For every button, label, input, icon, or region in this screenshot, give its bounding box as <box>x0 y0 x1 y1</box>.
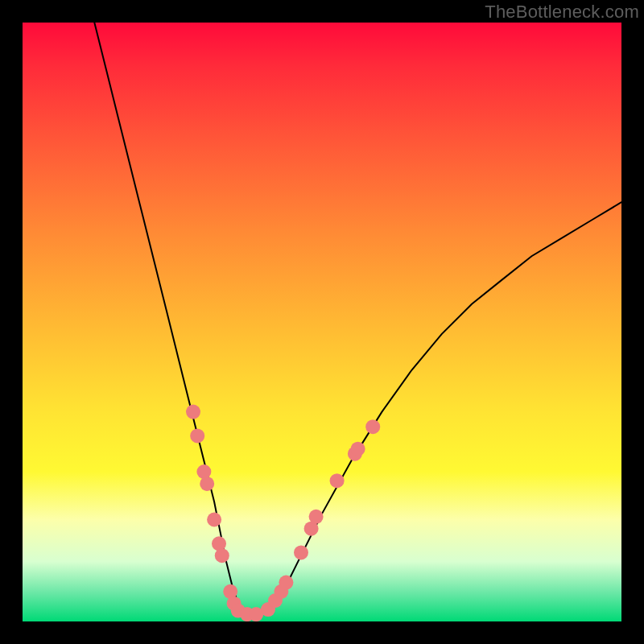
curve-marker <box>351 442 365 456</box>
curve-marker <box>207 513 221 527</box>
chart-svg <box>23 23 621 621</box>
curve-marker <box>279 576 293 590</box>
curve-marker <box>190 428 204 443</box>
curve-marker <box>294 545 308 559</box>
bottleneck-curve <box>94 23 621 616</box>
curve-marker <box>200 477 214 491</box>
curve-markers <box>186 405 380 621</box>
curve-marker <box>215 548 229 563</box>
curve-marker <box>186 405 200 419</box>
curve-marker <box>330 473 345 488</box>
curve-marker <box>309 510 324 524</box>
chart-frame: TheBottleneck.com <box>0 0 644 644</box>
plot-area <box>23 23 621 621</box>
watermark-text: TheBottleneck.com <box>485 2 639 23</box>
curve-marker <box>365 419 380 434</box>
